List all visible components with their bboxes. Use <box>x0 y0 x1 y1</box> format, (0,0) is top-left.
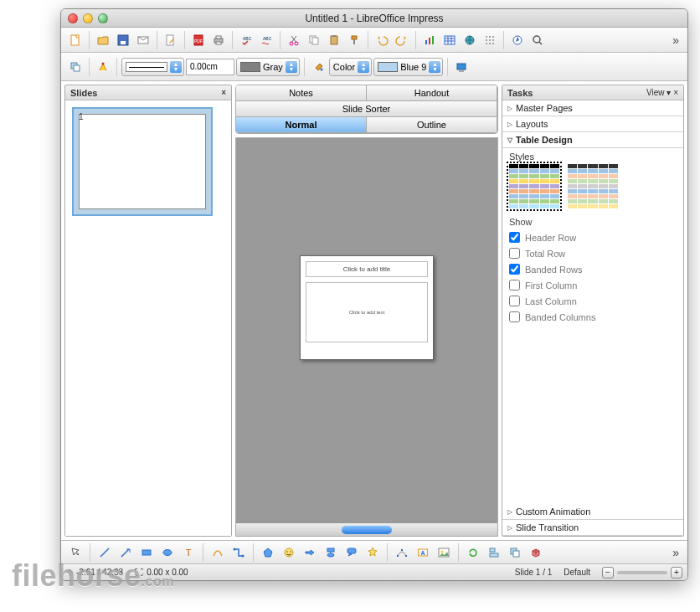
fontwork-gallery-button[interactable]: A <box>414 543 432 562</box>
minimize-window-button[interactable] <box>83 13 93 23</box>
stars-button[interactable] <box>363 543 382 562</box>
svg-rect-37 <box>74 65 80 71</box>
traffic-lights <box>68 13 108 23</box>
show-option-banded-columns[interactable]: Banded Columns <box>509 311 677 322</box>
callouts-button[interactable] <box>342 543 361 562</box>
drawing-overflow-button[interactable]: » <box>669 546 682 559</box>
points-edit-button[interactable] <box>393 543 411 562</box>
section-master-pages[interactable]: ▷Master Pages <box>502 100 683 116</box>
paste-button[interactable] <box>325 31 343 49</box>
table-style-2[interactable] <box>568 164 618 208</box>
arrange-order-button[interactable] <box>506 543 524 562</box>
glue-points-button[interactable] <box>94 58 112 76</box>
save-button[interactable] <box>114 31 132 49</box>
undo-button[interactable] <box>373 31 391 49</box>
curve-tool-button[interactable] <box>208 543 227 562</box>
section-custom-animation[interactable]: ▷Custom Animation <box>502 504 683 520</box>
zoom-window-button[interactable] <box>98 13 108 23</box>
window-title: Untitled 1 - LibreOffice Impress <box>61 13 687 24</box>
copy-button[interactable] <box>305 31 323 49</box>
checkbox[interactable] <box>509 296 520 306</box>
mail-button[interactable] <box>134 31 152 49</box>
toolbar-overflow-button[interactable]: » <box>669 33 682 47</box>
slide-editor[interactable]: Click to add title Click to add text <box>235 137 498 537</box>
line-width-input[interactable]: 0.00cm <box>186 59 234 75</box>
section-layouts[interactable]: ▷Layouts <box>502 116 683 132</box>
format-paintbrush-button[interactable] <box>345 31 363 49</box>
rotate-button[interactable] <box>464 543 482 562</box>
fill-bucket-button[interactable] <box>309 58 327 76</box>
connector-tool-button[interactable] <box>229 543 248 562</box>
horizontal-scrollbar[interactable] <box>236 522 497 536</box>
basic-shapes-button[interactable] <box>259 543 277 562</box>
new-doc-button[interactable] <box>66 31 85 49</box>
section-slide-transition[interactable]: ▷Slide Transition <box>502 520 683 536</box>
show-option-total-row[interactable]: Total Row <box>509 248 677 259</box>
flowchart-button[interactable] <box>322 543 340 562</box>
svg-rect-20 <box>425 40 427 44</box>
print-button[interactable] <box>209 31 228 49</box>
tasks-view-menu[interactable]: View ▾ × <box>646 88 678 97</box>
tab-notes[interactable]: Notes <box>235 85 367 101</box>
block-arrows-button[interactable] <box>301 543 319 562</box>
symbol-shapes-button[interactable] <box>280 543 298 562</box>
zoom-out-button[interactable]: − <box>602 567 614 579</box>
navigator-button[interactable] <box>508 31 527 49</box>
fill-color-dropdown[interactable]: Blue 9▲▼ <box>373 58 443 76</box>
insert-chart-button[interactable] <box>420 31 439 49</box>
show-label: Show <box>509 217 677 227</box>
zoom-slider[interactable] <box>617 571 667 574</box>
display-grid-button[interactable] <box>481 31 499 49</box>
export-pdf-button[interactable]: PDF <box>189 31 208 49</box>
svg-point-50 <box>327 553 334 557</box>
auto-spellcheck-button[interactable]: ABC <box>257 31 275 49</box>
checkbox[interactable] <box>509 232 520 243</box>
section-table-design[interactable]: ▽Table Design <box>502 132 683 148</box>
tab-slide-sorter[interactable]: Slide Sorter <box>235 100 497 117</box>
show-option-header-row[interactable]: Header Row <box>509 232 677 243</box>
open-button[interactable] <box>94 31 112 49</box>
title-placeholder[interactable]: Click to add title <box>306 261 428 277</box>
close-slides-panel-button[interactable]: × <box>221 88 226 97</box>
arrange-button[interactable] <box>66 58 85 76</box>
zoom-in-button[interactable]: + <box>671 567 682 579</box>
fill-type-dropdown[interactable]: Color▲▼ <box>329 58 372 76</box>
svg-rect-19 <box>353 39 355 44</box>
insert-image-button[interactable] <box>435 543 453 562</box>
slide-thumbnail[interactable]: 1 <box>72 107 213 216</box>
line-style-swatch <box>126 62 167 72</box>
show-option-last-column[interactable]: Last Column <box>509 296 677 306</box>
spellcheck-button[interactable]: ABC <box>237 31 255 49</box>
redo-button[interactable] <box>393 31 411 49</box>
app-window: Untitled 1 - LibreOffice Impress PDF ABC… <box>60 8 688 581</box>
tab-handout[interactable]: Handout <box>366 85 497 101</box>
extrusion-button[interactable] <box>527 543 545 562</box>
svg-rect-16 <box>331 36 337 44</box>
svg-text:T: T <box>186 548 192 558</box>
checkbox[interactable] <box>509 311 520 322</box>
edit-doc-button[interactable] <box>162 31 180 49</box>
text-tool-button[interactable]: T <box>179 543 198 562</box>
svg-rect-18 <box>352 36 357 39</box>
checkbox[interactable] <box>509 248 520 259</box>
checkbox[interactable] <box>509 280 520 291</box>
hyperlink-button[interactable] <box>461 31 479 49</box>
table-style-1[interactable] <box>509 164 559 208</box>
show-option-banded-rows[interactable]: Banded Rows <box>509 264 677 275</box>
scroll-thumb[interactable] <box>342 526 392 534</box>
line-color-dropdown[interactable]: Gray▲▼ <box>236 58 300 76</box>
close-window-button[interactable] <box>68 13 78 23</box>
tab-normal[interactable]: Normal <box>235 116 367 133</box>
checkbox[interactable] <box>509 264 520 275</box>
table-styles-gallery <box>509 164 677 208</box>
slideshow-button[interactable] <box>452 58 471 76</box>
zoom-button[interactable] <box>528 31 547 49</box>
alignment-button[interactable] <box>485 543 503 562</box>
line-style-dropdown[interactable]: ▲▼ <box>121 58 184 76</box>
slide-canvas[interactable]: Click to add title Click to add text <box>300 255 434 360</box>
tab-outline[interactable]: Outline <box>366 116 497 133</box>
show-option-first-column[interactable]: First Column <box>509 280 677 291</box>
content-placeholder[interactable]: Click to add text <box>306 282 428 342</box>
insert-table-button[interactable] <box>440 31 459 49</box>
cut-button[interactable] <box>285 31 303 49</box>
